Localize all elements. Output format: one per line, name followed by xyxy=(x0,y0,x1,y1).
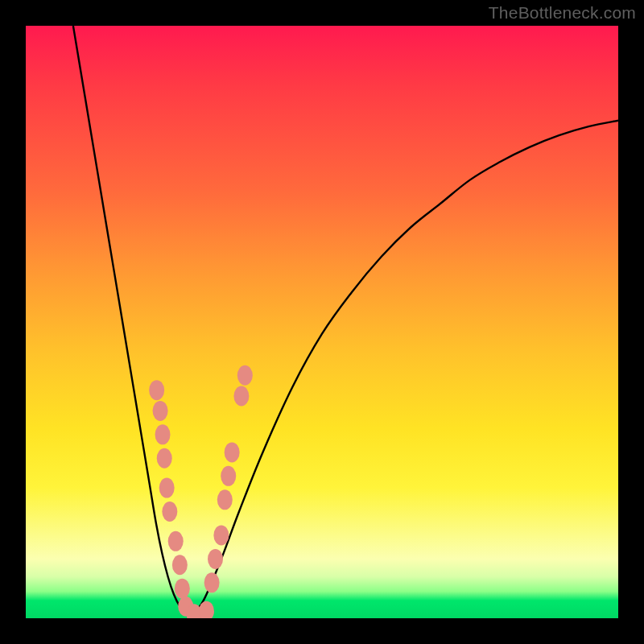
data-marker xyxy=(221,466,236,486)
plot-area xyxy=(26,26,618,618)
data-marker xyxy=(225,442,240,462)
data-marker xyxy=(162,502,177,522)
data-marker xyxy=(175,579,190,599)
data-marker xyxy=(153,401,168,421)
curve-right-branch xyxy=(192,121,618,616)
data-marker xyxy=(208,549,223,569)
chart-frame: TheBottleneck.com xyxy=(0,0,644,644)
data-marker xyxy=(172,555,188,575)
data-marker xyxy=(204,572,220,592)
data-marker xyxy=(217,489,233,510)
watermark-text: TheBottleneck.com xyxy=(489,3,636,23)
data-marker xyxy=(233,386,249,407)
data-marker xyxy=(213,525,229,545)
data-marker xyxy=(149,380,164,400)
data-marker xyxy=(155,424,171,444)
curve-left-branch xyxy=(73,26,192,615)
data-markers xyxy=(149,365,253,618)
data-marker xyxy=(159,478,175,498)
chart-svg xyxy=(26,26,618,618)
data-marker xyxy=(237,365,253,386)
data-marker xyxy=(168,531,184,551)
data-marker xyxy=(157,448,172,469)
